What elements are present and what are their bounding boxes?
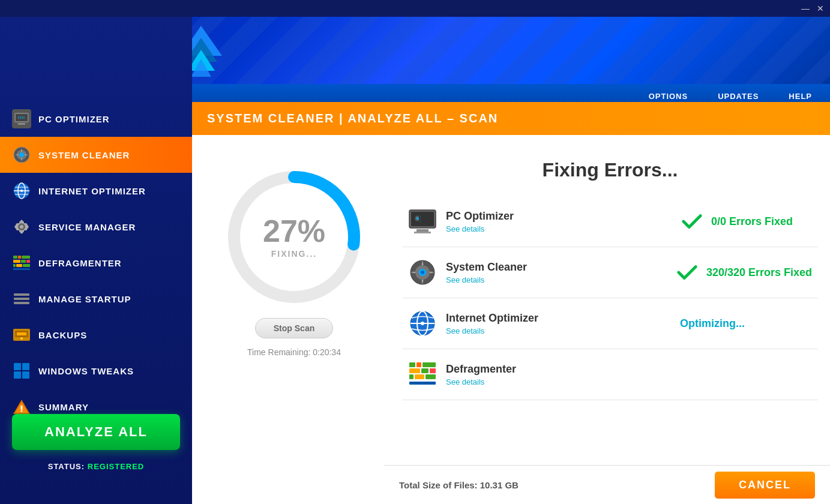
svg-rect-26 [21, 260, 26, 263]
svg-point-21 [20, 225, 23, 229]
options-nav-item[interactable]: OPTIONS [643, 89, 694, 104]
svg-rect-27 [26, 260, 30, 263]
sidebar-item-service-manager-label: SERVICE MANAGER [38, 222, 136, 232]
status-bar: STATUS: REGISTERED [12, 462, 180, 471]
sidebar: PC OPTIMIZER SYSTEM CLEANER [0, 17, 192, 504]
defragmenter-icon [12, 253, 31, 272]
updates-nav-item[interactable]: UPDATES [712, 89, 765, 104]
sidebar-item-pc-optimizer-label: PC OPTIMIZER [38, 114, 110, 124]
sidebar-item-internet-optimizer-label: INTERNET OPTIMIZER [38, 186, 146, 196]
content-body: 27% FIXING... Stop Scan Time Remaining: … [192, 135, 830, 465]
svg-rect-5 [16, 114, 28, 121]
sidebar-item-defragmenter[interactable]: DEFRAGMENTER [0, 245, 192, 281]
error-row-internet-optimizer: Internet Optimizer See details Optimizin… [402, 298, 818, 349]
status-label: STATUS: [48, 462, 85, 471]
pc-optimizer-status-area: 0/0 Errors Fixed [680, 209, 812, 233]
internet-optimizer-status-area: Optimizing... [680, 317, 812, 330]
pc-optimizer-row-icon [408, 207, 437, 236]
svg-point-38 [20, 337, 23, 340]
svg-point-65 [421, 271, 424, 274]
minimize-button[interactable]: — [801, 4, 810, 13]
progress-section: 27% FIXING... Stop Scan Time Remaining: … [204, 153, 384, 447]
cancel-button[interactable]: CANCEL [715, 472, 815, 499]
svg-point-69 [421, 322, 424, 325]
system-cleaner-name: System Cleaner [446, 261, 666, 274]
service-manager-icon [12, 217, 31, 236]
sidebar-item-internet-optimizer[interactable]: INTERNET OPTIMIZER [0, 173, 192, 209]
internet-optimizer-details[interactable]: See details [446, 326, 671, 335]
defragmenter-name: Defragmenter [446, 363, 671, 376]
svg-rect-40 [22, 363, 29, 370]
sidebar-item-manage-startup[interactable]: MANAGE STARTUP [0, 281, 192, 317]
svg-rect-34 [14, 302, 29, 304]
sidebar-item-pc-optimizer[interactable]: PC OPTIMIZER [0, 101, 192, 137]
windows-tweaks-icon [12, 361, 31, 380]
close-button[interactable]: ✕ [817, 4, 824, 13]
errors-section: Fixing Errors... [402, 153, 818, 447]
sidebar-item-system-cleaner[interactable]: SYSTEM CLEANER [0, 137, 192, 173]
svg-rect-23 [18, 256, 21, 259]
svg-rect-25 [13, 260, 20, 263]
manage-startup-icon [12, 289, 31, 308]
total-size-text: Total Size of Files: 10.31 GB [399, 480, 519, 490]
sidebar-item-windows-tweaks-label: WINDOWS TWEAKS [38, 366, 134, 376]
svg-rect-31 [13, 268, 30, 270]
bottom-bar: Total Size of Files: 10.31 GB CANCEL [384, 465, 830, 504]
fixing-text: FIXING... [263, 249, 325, 259]
sidebar-item-summary-label: SUMMARY [38, 402, 89, 412]
status-value: REGISTERED [88, 462, 145, 471]
sidebar-item-system-cleaner-label: SYSTEM CLEANER [38, 150, 130, 160]
svg-line-60 [420, 221, 421, 222]
pc-optimizer-info: PC Optimizer See details [446, 210, 671, 233]
defragmenter-details[interactable]: See details [446, 377, 671, 386]
internet-optimizer-result: Optimizing... [680, 317, 745, 330]
svg-rect-22 [13, 256, 17, 259]
pc-optimizer-icon [12, 109, 31, 128]
svg-point-46 [21, 410, 23, 412]
pc-optimizer-details[interactable]: See details [446, 224, 671, 233]
svg-point-19 [20, 190, 23, 192]
svg-rect-50 [411, 212, 434, 226]
svg-rect-39 [14, 363, 21, 370]
svg-rect-72 [423, 362, 436, 367]
sidebar-item-backups[interactable]: BACKUPS [0, 317, 192, 353]
svg-rect-32 [14, 293, 29, 296]
defragmenter-info: Defragmenter See details [446, 363, 671, 386]
pc-optimizer-check-icon [680, 209, 704, 233]
svg-rect-52 [414, 232, 431, 233]
svg-rect-77 [415, 374, 424, 379]
fixing-errors-title: Fixing Errors... [402, 159, 818, 181]
sidebar-item-service-manager[interactable]: SERVICE MANAGER [0, 209, 192, 245]
svg-rect-51 [417, 229, 429, 232]
system-cleaner-details[interactable]: See details [446, 275, 666, 284]
svg-rect-79 [409, 382, 436, 385]
sidebar-item-defragmenter-label: DEFRAGMENTER [38, 258, 122, 268]
analyze-all-button[interactable]: ANALYZE ALL [12, 414, 180, 450]
error-row-system-cleaner: System Cleaner See details 320/320 Error… [402, 247, 818, 298]
circle-container: 27% FIXING... [222, 165, 366, 309]
percent-text: 27% [263, 215, 325, 247]
svg-rect-71 [417, 362, 421, 367]
defragmenter-row-icon [408, 360, 437, 389]
svg-rect-33 [14, 298, 29, 300]
sidebar-item-windows-tweaks[interactable]: WINDOWS TWEAKS [0, 353, 192, 389]
help-nav-item[interactable]: HELP [783, 89, 818, 104]
sidebar-item-backups-label: BACKUPS [38, 330, 87, 340]
title-bar: — ✕ [0, 0, 830, 17]
svg-rect-24 [22, 256, 30, 259]
stop-scan-button[interactable]: Stop Scan [255, 318, 333, 338]
svg-rect-74 [421, 368, 429, 373]
svg-rect-37 [17, 332, 26, 335]
system-cleaner-check-icon [675, 260, 699, 284]
svg-rect-45 [21, 406, 23, 410]
svg-rect-42 [22, 371, 29, 379]
svg-line-59 [420, 216, 421, 217]
sidebar-item-manage-startup-label: MANAGE STARTUP [38, 294, 131, 304]
circle-inner: 27% FIXING... [263, 215, 325, 259]
system-cleaner-info: System Cleaner See details [446, 261, 666, 284]
internet-optimizer-info: Internet Optimizer See details [446, 312, 671, 335]
system-cleaner-status-area: 320/320 Errors Fixed [675, 260, 812, 284]
system-cleaner-icon [12, 145, 31, 164]
svg-rect-73 [409, 368, 420, 373]
error-row-pc-optimizer: PC Optimizer See details 0/0 Errors Fixe… [402, 196, 818, 247]
